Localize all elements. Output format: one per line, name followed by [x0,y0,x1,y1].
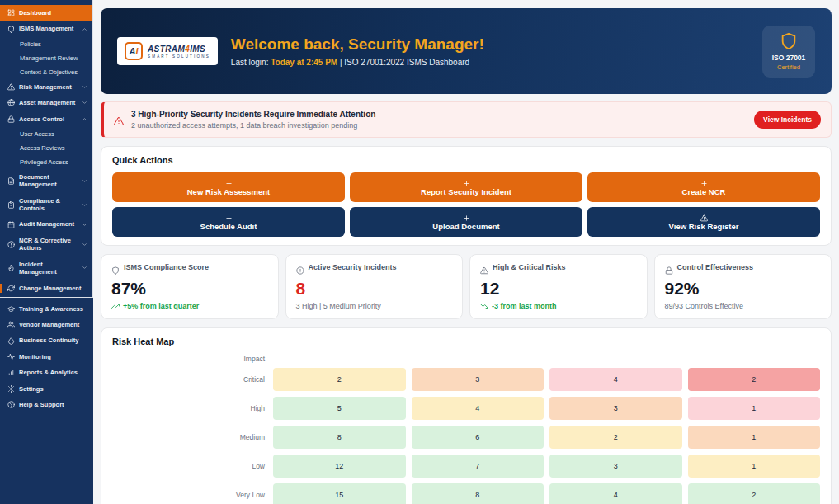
sidebar-item-label: NCR & Corrective Actions [19,237,78,252]
heatmap-cell[interactable]: 1 [688,426,821,449]
sidebar-item-incident-management[interactable]: Incident Management [0,257,92,280]
kpi-value: 12 [480,279,637,299]
access-control-icon [7,115,15,123]
heatmap-cell[interactable]: 2 [273,368,406,391]
sidebar-subitem-user-access[interactable]: User Access [0,127,92,141]
training-awareness-icon [7,305,15,313]
ncr-corrective-actions-icon [7,241,15,248]
sidebar-item-vendor-management[interactable]: Vendor Management [0,317,93,332]
sidebar-item-help-support[interactable]: Help & Support [0,397,93,412]
kpi-card-active-security-incidents: Active Security Incidents83 High | 5 Med… [285,254,464,319]
heatmap-cells: 12731 [273,455,820,478]
heatmap-cell[interactable]: 1 [688,455,821,478]
heatmap-axis: Impact [112,355,820,363]
quick-action-view-risk-register[interactable]: View Risk Register [587,207,820,237]
sidebar-subitem-management-review[interactable]: Management Review [0,51,92,65]
plus-icon [225,177,233,185]
plus-icon [700,177,708,185]
risk-heat-map-card: Risk Heat Map Impact Critical2342High543… [101,327,832,504]
trending-up-icon [111,302,120,310]
sidebar-subitem-privileged-access[interactable]: Privileged Access [0,155,92,169]
quick-action-report-security-incident[interactable]: Report Security Incident [350,172,582,202]
sidebar-subitem-policies[interactable]: Policies [0,37,92,51]
quick-action-create-ncr[interactable]: Create NCR [587,172,820,202]
heatmap-cell[interactable]: 3 [549,397,682,420]
welcome-banner: AI ASTRAM4IMS SMART SOLUTIONS Welcome ba… [101,8,832,94]
sidebar-item-isms-management[interactable]: ISMS Management [0,21,92,36]
iso-badge-title: ISO 27001 [766,54,812,62]
sidebar-item-access-control[interactable]: Access Control [0,111,92,127]
alert-circle-icon [296,263,304,271]
incident-management-icon [7,264,15,271]
heatmap-cell[interactable]: 1 [688,397,821,420]
alert-text: 3 High-Priority Security Incidents Requi… [131,110,747,130]
sidebar-item-reports-analytics[interactable]: Reports & Analytics [0,365,93,380]
sidebar-item-compliance-controls[interactable]: Compliance & Controls [0,193,92,217]
kpi-label: High & Critical Risks [493,263,566,271]
kpi-header: Control Effectiveness [665,263,822,271]
heatmap-row-medium: Medium8621 [112,426,820,449]
reports-analytics-icon [7,369,15,376]
kpi-value: 8 [296,279,453,299]
sidebar-item-dashboard[interactable]: Dashboard [0,5,92,21]
heatmap-cell[interactable]: 2 [688,483,821,504]
sidebar-item-business-continuity[interactable]: Business Continuity [0,332,93,348]
sidebar-item-audit-management[interactable]: Audit Management [0,216,92,232]
heatmap-cell[interactable]: 2 [549,426,682,449]
quick-action-upload-document[interactable]: Upload Document [350,207,582,237]
heatmap-cell[interactable]: 8 [412,483,544,504]
heatmap-row-label: High [112,404,273,412]
sidebar-item-monitoring[interactable]: Monitoring [0,349,93,365]
sidebar-subitem-context-objectives[interactable]: Context & Objectives [0,65,92,79]
logo: AI ASTRAM4IMS SMART SOLUTIONS [117,37,218,65]
alert-subtitle: 2 unauthorized access attempts, 1 data b… [131,121,747,130]
heatmap-cell[interactable]: 7 [412,455,544,478]
sidebar-item-risk-management[interactable]: Risk Management [0,79,92,95]
sidebar-item-label: Monitoring [19,353,88,360]
chevron-up-icon [82,26,87,32]
heatmap-cell[interactable]: 2 [688,368,821,391]
kpi-card-isms-compliance-score: ISMS Compliance Score87%+5% from last qu… [101,254,279,319]
heatmap-cell[interactable]: 12 [273,455,406,478]
quick-action-schedule-audit[interactable]: Schedule Audit [112,207,345,237]
sidebar-group-top: DashboardISMS ManagementPoliciesManageme… [0,0,93,298]
heatmap-cell[interactable]: 5 [273,397,406,420]
heatmap-cell[interactable]: 3 [549,455,682,478]
sidebar-item-document-management[interactable]: Document Management [0,169,92,193]
iso-certified-badge: ISO 27001 Certified [762,26,815,78]
kpi-header: High & Critical Risks [480,263,637,271]
logo-mark-icon: AI [125,42,143,60]
kpi-subtext: -3 from last month [480,302,637,310]
heatmap-cell[interactable]: 8 [273,426,406,449]
sidebar-item-change-management[interactable]: Change Management [0,280,92,296]
kpi-value: 92% [665,279,822,299]
heatmap-cell[interactable]: 3 [412,368,544,391]
kpi-subtext: +5% from last quarter [111,302,268,310]
kpi-card-control-effectiveness: Control Effectiveness92%89/93 Controls E… [654,254,832,319]
sidebar-item-ncr-corrective-actions[interactable]: NCR & Corrective Actions [0,233,92,257]
heatmap-cells: 15842 [273,483,820,504]
heatmap-row-label: Very Low [112,491,273,499]
heatmap-cell[interactable]: 4 [412,397,544,420]
sidebar-item-asset-management[interactable]: Asset Management [0,95,92,111]
sidebar-subitem-access-reviews[interactable]: Access Reviews [0,141,92,155]
page-title: Welcome back, Security Manager! [231,35,749,54]
chevron-down-icon [82,178,87,184]
sidebar-item-training-awareness[interactable]: Training & Awareness [0,301,93,317]
risk-management-icon [7,83,15,91]
sidebar-item-label: Risk Management [19,83,78,91]
sidebar-item-label: Help & Support [19,401,88,408]
sidebar-item-label: Access Control [19,115,78,123]
quick-action-new-risk-assessment[interactable]: New Risk Assessment [112,172,345,202]
iso-badge-subtitle: Certified [766,64,812,71]
heatmap-cell[interactable]: 15 [273,483,406,504]
heatmap-cell[interactable]: 4 [549,368,682,391]
quick-actions-title: Quick Actions [112,155,820,165]
heatmap-cell[interactable]: 4 [549,483,682,504]
quick-action-label: New Risk Assessment [187,187,271,196]
vendor-management-icon [7,321,15,328]
heatmap-body: Impact Critical2342High5431Medium8621Low… [112,355,820,504]
sidebar-item-settings[interactable]: Settings [0,381,93,397]
heatmap-cell[interactable]: 6 [412,426,544,449]
view-incidents-button[interactable]: View Incidents [754,111,821,129]
